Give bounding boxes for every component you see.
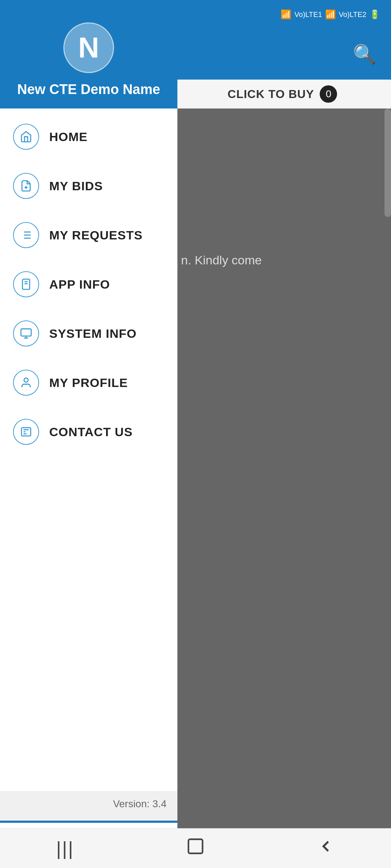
kindly-text: n. Kindly come bbox=[174, 246, 387, 275]
svg-point-15 bbox=[24, 378, 28, 382]
click-to-buy-bar[interactable]: CLICK TO BUY 0 bbox=[174, 80, 391, 109]
my-profile-icon bbox=[13, 370, 39, 396]
sidebar-item-my-bids[interactable]: MY BIDS bbox=[0, 161, 177, 210]
status-right-icons: 📶 Vo)LTE1 📶 Vo)LTE2 🔋 bbox=[281, 9, 380, 20]
nav-home-button[interactable] bbox=[177, 836, 214, 861]
contact-us-icon bbox=[13, 419, 39, 445]
buy-count-badge: 0 bbox=[320, 85, 337, 103]
search-icon[interactable]: 🔍 bbox=[353, 43, 377, 65]
svg-rect-16 bbox=[21, 428, 31, 436]
version-text: Version: 3.4 bbox=[0, 798, 177, 810]
home-label: HOME bbox=[49, 130, 88, 144]
svg-rect-21 bbox=[189, 839, 203, 854]
svg-rect-12 bbox=[21, 329, 31, 336]
avatar: N bbox=[63, 22, 114, 73]
sidebar-item-my-profile[interactable]: MY PROFILE bbox=[0, 358, 177, 407]
avatar-letter: N bbox=[78, 31, 99, 64]
app-info-icon bbox=[13, 271, 39, 297]
my-profile-label: MY PROFILE bbox=[49, 376, 128, 390]
back-icon bbox=[316, 837, 335, 860]
sidebar-item-my-requests[interactable]: MY REQUESTS bbox=[0, 210, 177, 260]
lte1-label: Vo)LTE1 bbox=[294, 10, 322, 19]
scrollbar[interactable] bbox=[384, 109, 391, 217]
menu-list: HOME MY BIDS bbox=[0, 109, 177, 791]
signal-icons: 📶 bbox=[281, 9, 291, 20]
buy-count-value: 0 bbox=[326, 88, 332, 100]
drawer-header: N New CTE Demo Name bbox=[0, 0, 177, 109]
right-content-area bbox=[174, 109, 391, 796]
system-info-icon bbox=[13, 320, 39, 346]
hamburger-icon: ||| bbox=[56, 838, 74, 859]
lte2-label: Vo)LTE2 bbox=[339, 10, 366, 19]
navigation-bar: ||| bbox=[0, 828, 391, 868]
right-header: 🔍 bbox=[174, 29, 391, 80]
sidebar-item-contact-us[interactable]: CONTACT US bbox=[0, 407, 177, 456]
nav-back-button[interactable] bbox=[308, 836, 344, 861]
system-info-label: SYSTEM INFO bbox=[49, 327, 136, 341]
signal-icon-2: 📶 bbox=[325, 9, 336, 20]
drawer-sidebar: N New CTE Demo Name HOME bbox=[0, 0, 177, 868]
sidebar-item-app-info[interactable]: APP INFO bbox=[0, 260, 177, 309]
home-icon bbox=[13, 124, 39, 150]
drawer-username: New CTE Demo Name bbox=[17, 82, 160, 97]
bids-icon bbox=[13, 173, 39, 199]
click-to-buy-label: CLICK TO BUY bbox=[228, 88, 314, 101]
sidebar-item-home[interactable]: HOME bbox=[0, 112, 177, 161]
sidebar-item-system-info[interactable]: SYSTEM INFO bbox=[0, 309, 177, 358]
contact-us-label: CONTACT US bbox=[49, 425, 133, 439]
drawer-footer: Version: 3.4 bbox=[0, 791, 177, 821]
nav-menu-button[interactable]: ||| bbox=[47, 836, 83, 861]
kindly-text-content: n. Kindly come bbox=[181, 253, 262, 267]
requests-icon bbox=[13, 222, 39, 248]
my-requests-label: MY REQUESTS bbox=[49, 228, 143, 242]
my-bids-label: MY BIDS bbox=[49, 179, 103, 193]
square-icon bbox=[186, 837, 205, 860]
battery-icon: 🔋 bbox=[369, 9, 380, 20]
app-info-label: APP INFO bbox=[49, 277, 110, 292]
